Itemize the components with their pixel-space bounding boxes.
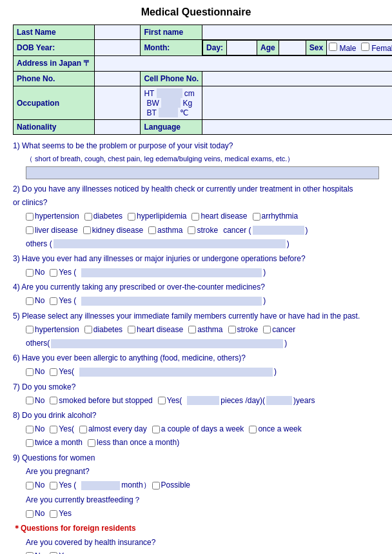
language-input[interactable] [202,120,392,135]
star1-no[interactable]: No [26,550,44,554]
q6-yes-input[interactable] [79,368,273,377]
last-name-input[interactable] [95,25,141,40]
sex-options: Male Female [327,41,392,55]
age-input[interactable] [279,41,306,55]
ht-row: HT cm BW Kg BT ℃ [141,86,202,120]
q2-stroke[interactable]: stroke [188,224,218,237]
q5-heart-disease[interactable]: heart disease [128,324,183,336]
q9-pregnant-label: Are you pregnant? [26,466,379,478]
q5-others: others( ) [13,337,379,350]
q5-cancer[interactable]: cancer [263,324,295,336]
cm-label: cm [184,89,195,98]
q2-title2: or clinics? [13,197,379,209]
extra-input[interactable] [202,86,392,120]
q2-diabetes[interactable]: diabetes [84,210,122,223]
occupation-input[interactable] [95,86,141,120]
q3-no[interactable]: No [26,266,44,279]
star1-q: Are you covered by health insurance? [26,537,379,549]
q5-others-input[interactable] [51,339,283,348]
q7-options: No smoked before but stopped Yes( pieces… [13,395,379,407]
cell-phone-input[interactable] [202,72,392,86]
q9-breast-no[interactable]: No [26,508,44,520]
q4-no[interactable]: No [26,295,44,307]
q2-cancer-label: cancer ( [223,224,251,237]
q7-years-input[interactable] [266,396,292,405]
q5-hypertension[interactable]: hypertension [26,324,79,336]
q9-preg-no[interactable]: No [26,479,44,491]
q2-asthma[interactable]: asthma [148,224,182,237]
q3-options: No Yes ( ) [13,266,379,279]
q4-title: 4) Are you currently taking any prescrib… [13,281,379,293]
q2-heart-disease[interactable]: heart disease [191,210,247,223]
q4-yes[interactable]: Yes ( [50,295,76,307]
q1-input-area[interactable] [13,166,379,179]
day-input[interactable] [227,41,257,55]
q2-hypertension[interactable]: hypertension [26,210,79,223]
dob-year-input[interactable] [95,40,141,56]
q9-breast-yes[interactable]: Yes [50,508,72,520]
q8-once-week[interactable]: once a week [249,423,301,435]
occupation-label: Occupation [14,86,95,120]
male-checkbox-label[interactable]: Male [329,44,356,53]
q8-no[interactable]: No [26,423,44,435]
q6-no[interactable]: No [26,366,44,378]
q5-stroke[interactable]: stroke [228,324,259,336]
q9-breast-label: Are you currently breastfeeding？ [26,494,379,506]
bw-input[interactable] [161,98,181,108]
q2-cancer-input[interactable] [253,226,304,235]
q3-yes[interactable]: Yes ( [50,266,76,279]
month-label: Month: [141,40,202,56]
q5-diabetes[interactable]: diabetes [84,324,122,336]
q8-less-month[interactable]: less than once a month) [88,437,179,449]
phone-label: Phone No. [14,72,95,86]
nationality-input[interactable] [95,120,141,135]
q4-yes-input[interactable] [81,297,262,306]
day-label: Day: [203,41,227,55]
q2-kidney-disease[interactable]: kidney disease [83,224,143,237]
q9-preg-yes[interactable]: Yes ( [50,479,76,491]
q7-stopped[interactable]: smoked before but stopped [50,395,152,407]
star1-options: No Yes [26,550,379,554]
cell-phone-label: Cell Phone No. [141,72,202,86]
q9-possible[interactable]: Possible [152,479,190,491]
female-checkbox-label[interactable]: Female [361,44,392,53]
ht-input[interactable] [157,88,182,98]
celsius-label: ℃ [180,108,188,117]
bt-input[interactable] [159,108,178,117]
q7-pieces-input[interactable] [187,396,219,405]
q8-twice-month[interactable]: twice a month [26,437,83,449]
q9-breast-options: No Yes [26,508,379,520]
q2-liver-disease[interactable]: liver disease [26,224,78,237]
male-checkbox[interactable] [329,43,337,51]
patient-info-table: Last Name First name DOB Year: Month: Da… [13,25,392,135]
q3-yes-input[interactable] [81,268,262,277]
q5-asthma[interactable]: asthma [188,324,222,336]
q9-month-input[interactable] [81,481,120,490]
q3-title: 3) Have you ever had any illnesses or ma… [13,253,379,265]
female-checkbox[interactable] [361,43,369,51]
q9-pregnant-section: Are you pregnant? No Yes ( month） Possib… [13,466,379,520]
q2-others-input[interactable] [54,239,286,248]
q9-pregnant-options: No Yes ( month） Possible [26,479,379,491]
q2-options2: liver disease kidney disease asthma stro… [13,224,379,237]
q7-yes[interactable]: Yes( [158,395,182,407]
ht-label: HT [144,89,154,98]
q7-title: 7) Do you smoke? [13,381,379,393]
q6-yes[interactable]: Yes( [50,366,74,378]
q2-hyperlipidemia[interactable]: hyperlipidemia [128,210,186,223]
q8-every-day[interactable]: almost every day [79,423,147,435]
age-label: Age [257,41,279,55]
q8-title: 8) Do you drink alcohol? [13,410,379,422]
q6-options: No Yes( ) [13,366,379,378]
dob-year-label: DOB Year: [14,40,95,56]
star1-yes[interactable]: Yes [50,550,72,554]
phone-input[interactable] [95,72,141,86]
first-name-input[interactable] [202,25,392,40]
address-input[interactable] [95,56,392,72]
q8-yes[interactable]: Yes( [50,423,74,435]
q8-couple-days[interactable]: a couple of days a week [152,423,244,435]
q7-no[interactable]: No [26,395,44,407]
q2-arrhythmia[interactable]: arrhythmia [253,210,299,223]
q1-answer[interactable] [26,166,379,179]
q6-title: 6) Have you ever been allergic to anythi… [13,352,379,364]
